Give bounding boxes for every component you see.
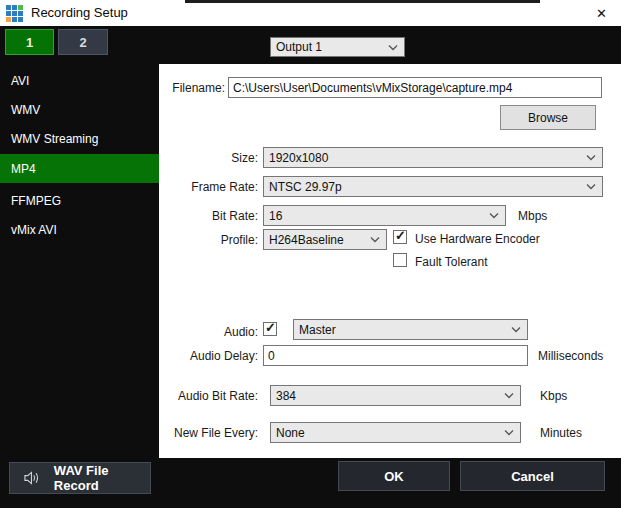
sidebar-item-label: WMV	[11, 103, 40, 117]
size-value: 1920x1080	[269, 151, 328, 165]
audio-bit-rate-unit: Kbps	[540, 389, 567, 403]
audio-label: Audio:	[159, 325, 258, 339]
fault-tolerant-checkbox[interactable]	[393, 253, 407, 267]
title-bar: Recording Setup ✕	[0, 0, 621, 26]
use-hardware-encoder-label: Use Hardware Encoder	[415, 232, 540, 246]
audio-bit-rate-label: Audio Bit Rate:	[159, 389, 258, 403]
audio-delay-unit: Milliseconds	[538, 349, 603, 363]
tab-output-2[interactable]: 2	[58, 29, 108, 55]
bit-rate-unit: Mbps	[518, 209, 547, 223]
profile-value: H264Baseline	[269, 233, 344, 247]
sidebar-item-wmv[interactable]: WMV	[0, 95, 159, 124]
sidebar-item-wmv-streaming[interactable]: WMV Streaming	[0, 124, 159, 153]
audio-source-select[interactable]: Master	[293, 319, 528, 340]
window-title: Recording Setup	[31, 5, 128, 20]
speaker-icon	[24, 471, 40, 485]
fault-tolerant-label: Fault Tolerant	[415, 255, 488, 269]
bit-rate-label: Bit Rate:	[159, 209, 258, 223]
cancel-button[interactable]: Cancel	[460, 461, 605, 491]
wav-file-record-label: WAV File Record	[54, 463, 150, 493]
bit-rate-value: 16	[269, 209, 282, 223]
audio-source-value: Master	[299, 323, 336, 337]
filename-label: Filename:	[159, 81, 225, 95]
chevron-down-icon	[504, 393, 514, 399]
chevron-down-icon	[370, 237, 380, 243]
background-window-strip	[185, 0, 540, 3]
new-file-every-select[interactable]: None	[270, 422, 521, 443]
check-icon: ✓	[395, 228, 406, 243]
size-label: Size:	[159, 151, 258, 165]
audio-bit-rate-select[interactable]: 384	[270, 385, 521, 406]
filename-input[interactable]	[228, 77, 602, 98]
chevron-down-icon	[586, 184, 596, 190]
frame-rate-label: Frame Rate:	[159, 180, 258, 194]
chevron-down-icon	[489, 213, 499, 219]
browse-button[interactable]: Browse	[500, 105, 596, 130]
audio-checkbox[interactable]: ✓	[263, 322, 277, 336]
wav-file-record-button[interactable]: WAV File Record	[9, 462, 151, 494]
sidebar-item-avi[interactable]: AVI	[0, 66, 159, 95]
frame-rate-select[interactable]: NTSC 29.97p	[263, 176, 603, 197]
new-file-every-label: New File Every:	[159, 426, 258, 440]
new-file-every-value: None	[276, 426, 305, 440]
sidebar-item-label: vMix AVI	[11, 223, 57, 237]
chevron-down-icon	[511, 327, 521, 333]
sidebar-item-label: FFMPEG	[11, 194, 61, 208]
sidebar-item-label: AVI	[11, 74, 29, 88]
check-icon: ✓	[265, 320, 276, 335]
app-logo-icon	[6, 5, 23, 22]
audio-bit-rate-value: 384	[276, 389, 296, 403]
close-icon[interactable]: ✕	[582, 0, 621, 26]
tab-output-1[interactable]: 1	[5, 29, 54, 55]
ok-button[interactable]: OK	[338, 461, 450, 491]
chevron-down-icon	[504, 430, 514, 436]
use-hardware-encoder-checkbox[interactable]: ✓	[393, 230, 407, 244]
sidebar-item-vmix-avi[interactable]: vMix AVI	[0, 215, 159, 244]
sidebar-item-ffmpeg[interactable]: FFMPEG	[0, 186, 159, 215]
profile-select[interactable]: H264Baseline	[263, 229, 387, 250]
chevron-down-icon	[388, 45, 398, 51]
chevron-down-icon	[586, 155, 596, 161]
sidebar-item-label: MP4	[11, 162, 36, 176]
sidebar-item-mp4[interactable]: MP4	[0, 154, 159, 183]
sidebar-item-label: WMV Streaming	[11, 132, 98, 146]
output-select-value: Output 1	[276, 40, 322, 54]
audio-delay-input[interactable]	[263, 345, 528, 366]
bit-rate-select[interactable]: 16	[263, 205, 506, 226]
size-select[interactable]: 1920x1080	[263, 147, 603, 168]
profile-label: Profile:	[159, 233, 258, 247]
output-select[interactable]: Output 1	[270, 37, 405, 57]
settings-panel: Filename: Browse Size: 1920x1080 Frame R…	[159, 64, 621, 458]
new-file-every-unit: Minutes	[540, 426, 582, 440]
audio-delay-label: Audio Delay:	[159, 349, 258, 363]
frame-rate-value: NTSC 29.97p	[269, 180, 342, 194]
